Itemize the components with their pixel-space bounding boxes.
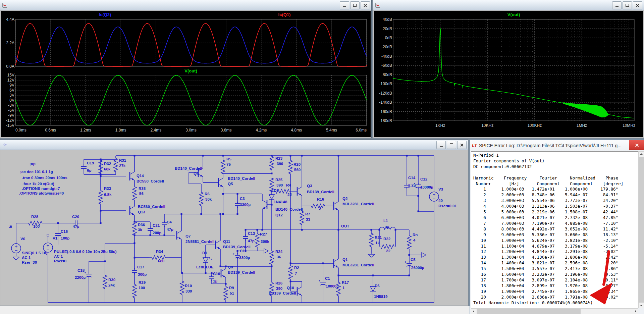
svg-text:47p: 47p [167, 227, 173, 231]
svg-text:51: 51 [230, 291, 234, 295]
scroll-down-icon[interactable] [640, 305, 643, 306]
svg-text:Q3: Q3 [307, 184, 312, 188]
svg-text:390: 390 [276, 183, 283, 187]
svg-text:-40dB: -40dB [381, 54, 392, 59]
svg-text:Q10: Q10 [287, 286, 294, 290]
horizontal-scroll-thumb[interactable] [477, 309, 581, 314]
waveform-window-icon [2, 2, 8, 8]
svg-text:1µ: 1µ [213, 279, 217, 283]
svg-text:680: 680 [158, 259, 164, 263]
svg-text:100KHz: 100KHz [527, 123, 542, 128]
svg-text:40: 40 [438, 199, 443, 203]
svg-text:R33: R33 [104, 187, 111, 191]
status-strip [0, 306, 470, 314]
scroll-right-icon[interactable] [635, 310, 636, 313]
svg-text:C11: C11 [240, 249, 247, 253]
svg-text:R23: R23 [275, 156, 282, 160]
svg-text:L1: L1 [383, 219, 388, 223]
svg-text:36: 36 [277, 255, 281, 259]
schematic-canvas[interactable]: ;op;ac dec 101 0.1 1g.tran 0 30ms 20ms 1… [1, 150, 467, 305]
svg-text:47p: 47p [248, 239, 255, 243]
restore-button[interactable] [350, 1, 360, 9]
svg-text:R10: R10 [185, 284, 192, 288]
svg-text:75: 75 [226, 162, 231, 166]
svg-text:C20: C20 [72, 215, 79, 219]
svg-text:1N4148: 1N4148 [274, 200, 287, 204]
transient-plot[interactable]: Ic(Q2)Ic(Q1)V(out)4.4A2.2A0.0A15V12V9V6V… [1, 11, 371, 137]
svg-text:BD139_Cordell: BD139_Cordell [223, 245, 251, 249]
error-log-titlebar[interactable]: LT SPICE Error Log: D:\Program Files\LTC… [470, 140, 644, 151]
fft-plot[interactable]: V(out)40dB20dB0dB-20dB-40dB-60dB-80dB-10… [374, 11, 643, 137]
svg-text:-6V: -6V [8, 108, 14, 113]
restore-button[interactable] [447, 141, 456, 149]
svg-text:BC550_Cordell: BC550_Cordell [137, 179, 164, 183]
svg-text:C13: C13 [248, 231, 255, 235]
svg-text:560: 560 [294, 168, 301, 172]
transient-titlebar[interactable] [0, 0, 371, 10]
fft-titlebar[interactable] [373, 0, 644, 10]
vertical-scroll-thumb[interactable] [639, 157, 644, 303]
svg-text:Rser=30: Rser=30 [22, 260, 37, 264]
svg-text:C21: C21 [153, 223, 160, 227]
svg-text:100: 100 [33, 224, 40, 228]
svg-text:1: 1 [342, 286, 345, 290]
svg-text:47µ: 47µ [73, 224, 79, 228]
svg-text:D3: D3 [274, 189, 279, 193]
svg-text:3µ: 3µ [385, 225, 389, 229]
svg-text:Q12: Q12 [275, 213, 283, 217]
svg-text:22: 22 [287, 193, 292, 197]
svg-text:10000µ: 10000µ [420, 185, 433, 189]
svg-text:Q11: Q11 [223, 240, 230, 244]
close-button[interactable] [361, 1, 370, 9]
svg-text:C3: C3 [240, 197, 245, 201]
vertical-scrollbar[interactable] [638, 151, 644, 308]
svg-text:3300µ: 3300µ [240, 203, 251, 207]
svg-text:30k: 30k [205, 197, 212, 201]
error-log-title: SPICE Error Log: D:\Program Files\LTC\LT… [479, 143, 629, 148]
schematic-window: ;op;ac dec 101 0.1 1g.tran 0 30ms 20ms 1… [0, 140, 468, 306]
svg-text:0V: 0V [9, 98, 14, 103]
svg-text:2: 2 [319, 207, 321, 211]
svg-text:-140dB: -140dB [379, 100, 392, 105]
spice-error-log-window: LT SPICE Error Log: D:\Program Files\LTC… [470, 140, 644, 314]
svg-text:R31: R31 [119, 158, 126, 162]
svg-text:BD139_Cordell: BD139_Cordell [307, 190, 334, 194]
svg-text:C18: C18 [77, 268, 85, 272]
svg-text:R32: R32 [104, 162, 111, 166]
svg-text:R26: R26 [275, 281, 282, 285]
svg-text:R22: R22 [383, 237, 390, 241]
svg-text:2N5551_Cordell: 2N5551_Cordell [185, 240, 214, 244]
svg-text:BD140_Cordell: BD140_Cordell [228, 176, 255, 180]
svg-text:R29: R29 [139, 280, 146, 284]
svg-text:22: 22 [386, 249, 390, 253]
minimize-button[interactable] [612, 1, 622, 9]
svg-text:R36: R36 [138, 223, 145, 227]
svg-text:24k: 24k [108, 283, 115, 287]
minimize-button[interactable] [436, 141, 446, 149]
svg-text:.four 1k 20 v(Out): .four 1k 20 v(Out) [22, 182, 54, 186]
resize-grip[interactable] [638, 308, 644, 314]
scroll-up-icon[interactable] [640, 153, 643, 155]
minimize-button[interactable] [340, 1, 349, 9]
scroll-left-icon[interactable] [473, 310, 474, 313]
schematic-window-icon [2, 142, 8, 148]
close-button[interactable] [629, 140, 644, 150]
schematic-titlebar[interactable] [0, 140, 468, 150]
close-button[interactable] [457, 141, 467, 149]
horizontal-scrollbar[interactable] [471, 308, 638, 314]
svg-text:R24: R24 [275, 250, 283, 254]
svg-text:26000µ: 26000µ [411, 266, 424, 270]
svg-text:6V: 6V [9, 88, 14, 93]
restore-button[interactable] [623, 1, 632, 9]
svg-text:C19: C19 [87, 161, 94, 165]
svg-text:R9: R9 [229, 286, 234, 290]
svg-text:BC560_Cordell: BC560_Cordell [138, 205, 165, 209]
svg-text:27k: 27k [119, 164, 126, 168]
svg-text:Q7: Q7 [185, 234, 191, 238]
svg-text:-20dB: -20dB [381, 45, 392, 49]
svg-text:R30: R30 [108, 278, 115, 282]
svg-text:200p: 200p [153, 231, 161, 235]
close-button[interactable] [633, 1, 642, 9]
svg-text:5.4ms: 5.4ms [326, 128, 337, 133]
error-log-content[interactable]: N-Period=1 Fourier components of V(out) … [471, 151, 638, 308]
